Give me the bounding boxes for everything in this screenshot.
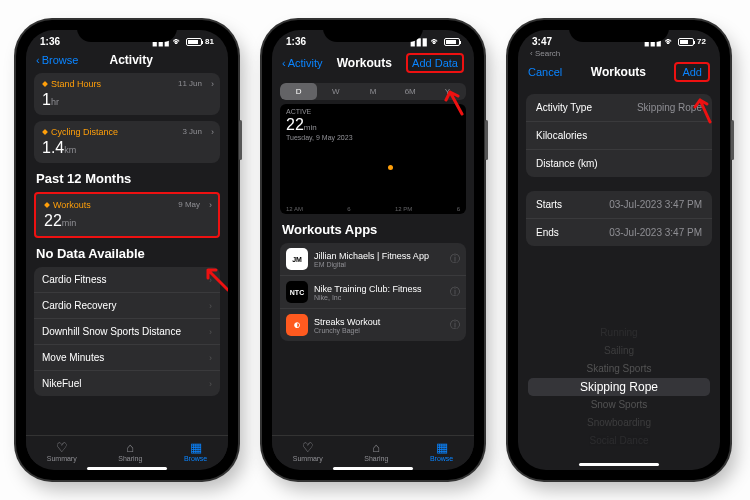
info-icon[interactable]: ⓘ: [450, 285, 460, 299]
form-row[interactable]: Starts03-Jul-2023 3:47 PM: [526, 191, 712, 219]
tab-summary[interactable]: ♡Summary: [47, 441, 77, 462]
app-icon: ◐: [286, 314, 308, 336]
content[interactable]: DWM6MY ACTIVE 22min Tuesday, 9 May 2023 …: [272, 79, 474, 435]
list-item[interactable]: Downhill Snow Sports Distance›: [34, 319, 220, 345]
app-icon: NTC: [286, 281, 308, 303]
info-icon[interactable]: ⓘ: [450, 252, 460, 266]
tab-bar: ♡Summary⌂Sharing▦Browse: [272, 435, 474, 464]
app-row[interactable]: NTCNike Training Club: FitnessNike, Incⓘ: [280, 276, 466, 309]
list-item[interactable]: NikeFuel›: [34, 371, 220, 396]
home-indicator[interactable]: [579, 463, 659, 466]
app-row[interactable]: ◐Streaks WorkoutCrunchy Bagelⓘ: [280, 309, 466, 341]
tab-summary[interactable]: ♡Summary: [293, 441, 323, 462]
phone-frame-3: 3:47 ▮▮▮ ᯤ 72 ‹ Search Cancel Workouts A…: [508, 20, 730, 480]
workout-chart[interactable]: ACTIVE 22min Tuesday, 9 May 2023 12 AM61…: [280, 104, 466, 214]
form-key: Ends: [536, 227, 559, 238]
card-date: 11 Jun: [178, 79, 202, 88]
card-cycling[interactable]: Cycling Distance 3 Jun › 1.4km: [34, 121, 220, 163]
section-header-nodata: No Data Available: [36, 246, 218, 261]
tab-icon: ⌂: [126, 441, 134, 454]
app-meta: Jillian Michaels | Fitness AppEM Digital: [314, 251, 444, 268]
tab-label: Sharing: [118, 455, 142, 462]
tab-icon: ▦: [190, 441, 202, 454]
wifi-icon: ᯤ: [431, 36, 441, 47]
form-row[interactable]: Activity TypeSkipping Rope: [526, 94, 712, 122]
clock: 1:36: [40, 36, 60, 47]
form-group-activity: Activity TypeSkipping RopeKilocaloriesDi…: [526, 94, 712, 177]
tab-icon: ⌂: [372, 441, 380, 454]
chevron-right-icon: ›: [211, 127, 214, 137]
app-meta: Nike Training Club: FitnessNike, Inc: [314, 284, 444, 301]
activity-picker[interactable]: RunningSailingSkating SportsSkipping Rop…: [518, 324, 720, 450]
back-button[interactable]: ‹ Activity: [282, 57, 323, 69]
back-label: Activity: [288, 57, 323, 69]
picker-option[interactable]: Snow Sports: [518, 396, 720, 414]
card-stand-hours[interactable]: Stand Hours 11 Jun › 1hr: [34, 73, 220, 115]
tab-sharing[interactable]: ⌂Sharing: [118, 441, 142, 462]
app-dev: Nike, Inc: [314, 294, 444, 301]
picker-option[interactable]: Skating Sports: [518, 360, 720, 378]
home-indicator[interactable]: [87, 467, 167, 470]
screen-add-workout: 3:47 ▮▮▮ ᯤ 72 ‹ Search Cancel Workouts A…: [518, 30, 720, 470]
battery-icon: [444, 38, 460, 46]
segment-6M[interactable]: 6M: [392, 83, 429, 100]
content[interactable]: Stand Hours 11 Jun › 1hr Cycling Distanc…: [26, 73, 228, 435]
tab-browse[interactable]: ▦Browse: [430, 441, 453, 462]
tab-sharing[interactable]: ⌂Sharing: [364, 441, 388, 462]
chart-datapoint: [388, 165, 393, 170]
battery-icon: [186, 38, 202, 46]
picker-option[interactable]: Skipping Rope: [528, 378, 710, 396]
chevron-right-icon: ›: [209, 353, 212, 363]
list-item[interactable]: Cardio Recovery›: [34, 293, 220, 319]
section-header-apps: Workouts Apps: [282, 222, 464, 237]
app-name: Nike Training Club: Fitness: [314, 284, 444, 294]
form-key: Kilocalories: [536, 130, 587, 141]
chart-axis: 12 AM612 PM6: [280, 206, 466, 212]
add-button[interactable]: Add: [674, 62, 710, 82]
card-value: 1hr: [42, 91, 212, 109]
back-to-search[interactable]: ‹ Search: [518, 49, 720, 58]
home-indicator[interactable]: [333, 467, 413, 470]
time-range-segment[interactable]: DWM6MY: [280, 83, 466, 100]
segment-D[interactable]: D: [280, 83, 317, 100]
chevron-right-icon: ›: [209, 379, 212, 389]
axis-tick: 12 AM: [286, 206, 303, 212]
nav-bar: Cancel Workouts Add: [518, 58, 720, 88]
chart-subtitle: Tuesday, 9 May 2023: [286, 134, 353, 141]
form-group-time: Starts03-Jul-2023 3:47 PMEnds03-Jul-2023…: [526, 191, 712, 246]
picker-option[interactable]: Social Dance: [518, 432, 720, 450]
form-row[interactable]: Ends03-Jul-2023 3:47 PM: [526, 219, 712, 246]
card-value: 1.4km: [42, 139, 212, 157]
add-data-button[interactable]: Add Data: [406, 53, 464, 73]
form-row[interactable]: Kilocalories: [526, 122, 712, 150]
list-item[interactable]: Cardio Fitness›: [34, 267, 220, 293]
app-dev: EM Digital: [314, 261, 444, 268]
segment-W[interactable]: W: [317, 83, 354, 100]
list-label: Downhill Snow Sports Distance: [42, 326, 181, 337]
picker-option[interactable]: Snowboarding: [518, 414, 720, 432]
back-button[interactable]: ‹ Browse: [36, 54, 78, 66]
tab-label: Browse: [184, 455, 207, 462]
notch: [323, 20, 423, 42]
app-row[interactable]: JMJillian Michaels | Fitness AppEM Digit…: [280, 243, 466, 276]
segment-Y[interactable]: Y: [429, 83, 466, 100]
list-label: Cardio Fitness: [42, 274, 106, 285]
segment-M[interactable]: M: [354, 83, 391, 100]
chevron-right-icon: ›: [209, 301, 212, 311]
list-item[interactable]: Move Minutes›: [34, 345, 220, 371]
tab-browse[interactable]: ▦Browse: [184, 441, 207, 462]
form-row[interactable]: Distance (km): [526, 150, 712, 177]
form-key: Activity Type: [536, 102, 592, 113]
cancel-button[interactable]: Cancel: [528, 66, 562, 78]
section-header-past12: Past 12 Months: [36, 171, 218, 186]
back-label: Browse: [42, 54, 79, 66]
picker-option[interactable]: Running: [518, 324, 720, 342]
chart-value: 22min: [286, 116, 317, 134]
info-icon[interactable]: ⓘ: [450, 318, 460, 332]
chart-series-label: ACTIVE: [286, 108, 311, 115]
nav-bar: ‹ Browse Activity: [26, 49, 228, 73]
clock: 1:36: [286, 36, 306, 47]
card-workouts[interactable]: Workouts 9 May › 22min: [34, 192, 220, 238]
battery-pct: 72: [697, 37, 706, 46]
picker-option[interactable]: Sailing: [518, 342, 720, 360]
